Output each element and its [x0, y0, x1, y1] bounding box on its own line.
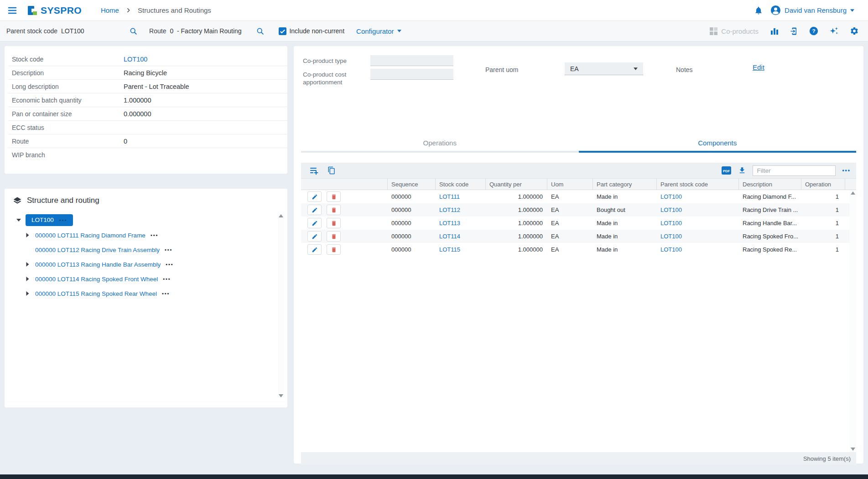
breadcrumb-home-link[interactable]: Home — [101, 6, 119, 14]
detail-value: 1.000000 — [124, 97, 287, 104]
grid-more-options-icon[interactable]: ••• — [842, 167, 851, 174]
cell-description: Racing Drive Train ... — [739, 206, 801, 213]
parent-stock-code-input[interactable] — [61, 27, 130, 35]
edit-row-button[interactable] — [307, 231, 322, 242]
edit-notes-link[interactable]: Edit — [753, 63, 764, 71]
more-options-icon[interactable]: ••• — [59, 217, 68, 223]
more-options-icon[interactable]: ••• — [162, 291, 170, 296]
trash-icon — [331, 247, 337, 253]
tab-operations[interactable]: Operations — [301, 136, 579, 153]
table-body: 000000 LOT111 1.000000 EA Made in LOT100… — [301, 190, 856, 452]
cell-parent-stock-code-link[interactable]: LOT100 — [657, 220, 739, 227]
caret-down-icon[interactable] — [16, 219, 21, 221]
add-row-icon[interactable] — [309, 166, 318, 175]
tree-item-link[interactable]: 000000 LOT115 Racing Spoked Rear Wheel — [35, 290, 157, 297]
cell-operation: 1 — [801, 206, 845, 213]
scroll-down-icon[interactable] — [851, 448, 855, 451]
caret-right-icon[interactable] — [26, 277, 30, 281]
chevron-right-icon — [125, 7, 131, 13]
scroll-down-icon[interactable] — [279, 394, 283, 397]
cell-description: Racing Diamond F... — [739, 193, 801, 200]
delete-row-button[interactable] — [327, 231, 341, 242]
hamburger-menu-icon[interactable] — [7, 5, 17, 15]
delete-row-button[interactable] — [327, 191, 341, 202]
pdf-export-icon[interactable]: PDF — [721, 166, 732, 175]
tree-root-row: LOT100 ••• — [5, 212, 287, 228]
copy-icon[interactable] — [327, 166, 336, 175]
caret-right-icon[interactable] — [26, 262, 30, 267]
configurator-label: Configurator — [356, 27, 394, 35]
bar-chart-icon[interactable] — [770, 27, 779, 35]
cell-quantity-per: 1.000000 — [486, 193, 547, 200]
delete-row-button[interactable] — [327, 205, 341, 215]
edit-row-button[interactable] — [307, 244, 322, 255]
caret-right-icon[interactable] — [26, 291, 30, 296]
tree-node-lot100[interactable]: LOT100 ••• — [26, 214, 73, 226]
detail-value: 0 — [124, 138, 287, 145]
cell-parent-stock-code-link[interactable]: LOT100 — [657, 246, 739, 253]
cell-sequence: 000000 — [388, 206, 436, 213]
include-non-current-checkbox[interactable]: Include non-current — [279, 27, 344, 35]
scroll-up-icon[interactable] — [851, 191, 855, 195]
tree-item-link[interactable]: 000000 LOT114 Racing Spoked Front Wheel — [35, 276, 158, 283]
cell-parent-stock-code-link[interactable]: LOT100 — [657, 206, 739, 213]
sparkles-icon[interactable] — [829, 26, 839, 36]
cell-parent-stock-code-link[interactable]: LOT100 — [657, 193, 739, 200]
delete-row-button[interactable] — [327, 218, 341, 228]
more-options-icon[interactable]: ••• — [151, 232, 159, 238]
exit-icon[interactable] — [790, 27, 798, 36]
chevron-down-icon — [850, 9, 854, 12]
co-product-type-input — [370, 55, 453, 66]
trash-icon — [331, 233, 337, 240]
stock-code-link[interactable]: LOT100 — [124, 56, 287, 63]
edit-row-button[interactable] — [307, 205, 322, 215]
cell-parent-stock-code-link[interactable]: LOT100 — [657, 233, 739, 240]
tab-components[interactable]: Components — [579, 136, 857, 153]
grid-filter-input[interactable] — [753, 165, 836, 176]
cell-stock-code-link[interactable]: LOT113 — [436, 220, 486, 227]
table-scrollbar[interactable] — [850, 190, 856, 452]
table-row: 000000 LOT113 1.000000 EA Made in LOT100… — [301, 216, 856, 230]
route-search-icon[interactable] — [256, 27, 264, 35]
syspro-logo-icon — [27, 5, 37, 15]
cell-uom: EA — [547, 233, 593, 240]
detail-label: Long description — [12, 83, 124, 90]
cell-stock-code-link[interactable]: LOT112 — [436, 206, 486, 213]
notifications-bell-icon[interactable] — [754, 6, 763, 15]
caret-right-icon[interactable] — [26, 233, 30, 237]
more-options-icon[interactable]: ••• — [163, 276, 171, 282]
col-part-category: Part category — [593, 179, 657, 190]
help-icon[interactable]: ? — [809, 26, 818, 36]
top-bar: SYSPRO Home Structures and Routings Davi… — [0, 0, 868, 21]
tab-bar: Operations Components — [301, 136, 856, 153]
edit-row-button[interactable] — [307, 218, 322, 228]
tree-item-link[interactable]: 000000 LOT112 Racing Drive Train Assembl… — [35, 247, 160, 253]
user-menu[interactable]: David van Rensburg — [770, 5, 854, 15]
cell-sequence: 000000 — [388, 246, 436, 253]
tree-item: 000000 LOT113 Racing Handle Bar Assembly… — [5, 257, 287, 272]
co-products-label: Co-products — [721, 27, 759, 35]
delete-row-button[interactable] — [327, 244, 341, 255]
cell-part-category: Made in — [593, 193, 657, 200]
tree-item-link[interactable]: 000000 LOT113 Racing Handle Bar Assembly — [35, 261, 161, 268]
edit-row-button[interactable] — [307, 191, 322, 202]
gear-icon[interactable] — [850, 26, 859, 36]
more-options-icon[interactable]: ••• — [165, 247, 173, 252]
taskbar-strip — [0, 474, 868, 479]
col-parent-stock-code: Parent stock code — [657, 179, 739, 190]
configurator-dropdown[interactable]: Configurator — [356, 27, 401, 35]
tree-scrollbar[interactable] — [278, 214, 284, 397]
cell-stock-code-link[interactable]: LOT114 — [436, 233, 486, 240]
co-product-section: Co-product type Co-product cost apportio… — [301, 46, 856, 132]
stock-code-search-icon[interactable] — [130, 27, 137, 35]
detail-row: DescriptionRacing Bicycle — [8, 66, 287, 80]
table-header: Sequence Stock code Quantity per Uom Par… — [301, 178, 856, 190]
cell-stock-code-link[interactable]: LOT111 — [436, 193, 486, 200]
route-input[interactable] — [170, 27, 256, 35]
more-options-icon[interactable]: ••• — [166, 262, 174, 267]
download-icon[interactable] — [738, 166, 746, 175]
cell-stock-code-link[interactable]: LOT115 — [436, 246, 486, 253]
tree-item-link[interactable]: 000000 LOT111 Racing Diamond Frame — [35, 232, 146, 239]
tree-item: 000000 LOT112 Racing Drive Train Assembl… — [5, 242, 287, 257]
scroll-up-icon[interactable] — [279, 214, 283, 217]
